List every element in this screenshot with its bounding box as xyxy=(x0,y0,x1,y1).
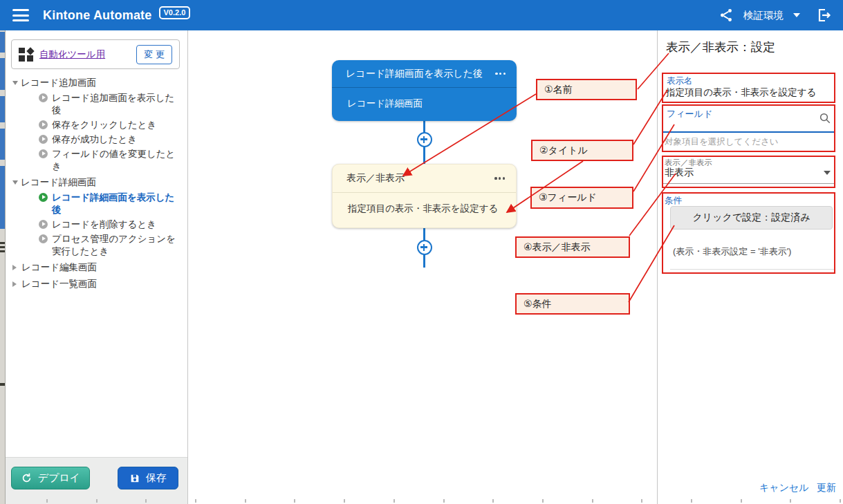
hamburger-menu-icon[interactable] xyxy=(12,9,29,21)
environment-selector[interactable]: 検証環境 xyxy=(743,9,784,22)
annotation-visibility: ④表示／非表示 xyxy=(515,236,630,258)
kintone-app-icon xyxy=(19,47,33,62)
node-subtitle: 指定項目の表示・非表示を設定する xyxy=(348,203,498,215)
sync-icon xyxy=(21,472,33,484)
event-play-icon xyxy=(39,220,48,229)
add-step-button[interactable] xyxy=(417,132,432,147)
tree-item[interactable]: プロセス管理のアクションを実行したとき xyxy=(11,233,186,258)
tree-section-record-list[interactable]: レコード一覧画面 xyxy=(11,277,186,291)
app-name-link[interactable]: 自動化ツール用 xyxy=(39,48,105,61)
version-badge: V0.2.0 xyxy=(159,6,191,19)
trigger-node[interactable]: レコード詳細画面を表示した後 レコード詳細画面 xyxy=(332,60,517,121)
field-placeholder: 対象項目を選択してください xyxy=(665,136,779,148)
panel-title: 表示／非表示：設定 xyxy=(666,39,775,55)
caret-right-icon xyxy=(12,265,17,270)
save-button[interactable]: 保存 xyxy=(118,467,178,489)
display-name-value[interactable]: 指定項目の表示・非表示を設定する xyxy=(666,86,816,99)
node-menu-icon[interactable] xyxy=(494,70,507,77)
event-tree: レコード追加画面 レコード追加画面を表示した後 保存をクリックしたとき 保存が成… xyxy=(11,73,186,291)
app-header: Kintone Automate V0.2.0 検証環境 xyxy=(0,0,843,30)
condition-set-button[interactable]: クリックで設定：設定済み xyxy=(670,206,833,230)
environment-caret-icon[interactable] xyxy=(793,13,800,17)
tree-section-record-edit[interactable]: レコード編集画面 xyxy=(11,260,186,274)
node-title: 表示／非表示 xyxy=(346,172,405,185)
visibility-select-value[interactable]: 非表示 xyxy=(665,167,694,179)
caret-right-icon xyxy=(12,281,17,287)
node-title: レコード詳細画面を表示した後 xyxy=(346,68,483,80)
tree-item[interactable]: フィールドの値を変更したとき xyxy=(11,148,186,173)
tree-section-record-detail[interactable]: レコード詳細画面 xyxy=(11,175,186,189)
event-play-icon xyxy=(39,135,48,144)
deploy-button[interactable]: デプロイ xyxy=(11,467,90,489)
share-icon[interactable] xyxy=(719,8,734,23)
cancel-button[interactable]: キャンセル xyxy=(759,482,809,494)
annotation-condition: ⑤条件 xyxy=(515,293,630,315)
tree-item[interactable]: レコード追加画面を表示した後 xyxy=(11,92,186,117)
tree-item[interactable]: 保存が成功したとき xyxy=(11,133,186,146)
tree-item[interactable]: レコードを削除するとき xyxy=(11,218,186,231)
action-node[interactable]: 表示／非表示 指定項目の表示・非表示を設定する xyxy=(332,164,517,228)
event-play-icon xyxy=(39,93,48,102)
bottom-tick-marks xyxy=(46,499,843,503)
select-caret-icon[interactable] xyxy=(824,171,831,175)
divider xyxy=(670,269,834,270)
tree-item[interactable]: 保存をクリックしたとき xyxy=(11,119,186,131)
node-subtitle: レコード詳細画面 xyxy=(347,97,423,110)
field-input[interactable] xyxy=(663,131,834,133)
search-icon[interactable] xyxy=(819,112,831,124)
condition-summary: (表示・非表示設定 = '非表示') xyxy=(673,245,791,258)
sidebar-footer: デプロイ 保存 xyxy=(6,457,187,504)
change-app-button[interactable]: 変 更 xyxy=(136,45,172,64)
tree-item-selected[interactable]: レコード詳細画面を表示した後 xyxy=(11,192,186,216)
event-play-icon xyxy=(39,234,48,243)
caret-down-icon xyxy=(12,81,18,85)
settings-panel: 表示／非表示：設定 表示名 指定項目の表示・非表示を設定する フィールド 対象項… xyxy=(657,30,843,504)
condition-label: 条件 xyxy=(665,195,682,207)
app-selector-box: 自動化ツール用 変 更 xyxy=(11,39,180,69)
add-step-button[interactable] xyxy=(417,240,432,255)
highlight-box-condition xyxy=(662,192,835,274)
event-play-icon xyxy=(39,149,48,158)
app-title: Kintone Automate xyxy=(43,8,152,23)
node-menu-icon[interactable] xyxy=(493,174,506,182)
caret-down-icon xyxy=(12,180,18,185)
browser-scroll-minimap[interactable] xyxy=(0,30,6,504)
display-name-label: 表示名 xyxy=(667,75,693,87)
sidebar: 自動化ツール用 変 更 レコード追加画面 レコード追加画面を表示した後 保存をク… xyxy=(6,30,188,504)
field-label: フィールド xyxy=(667,108,712,120)
event-play-icon-active xyxy=(39,193,48,202)
tree-section-record-add[interactable]: レコード追加画面 xyxy=(11,75,186,90)
annotation-field: ③フィールド xyxy=(530,187,633,209)
annotation-title: ②タイトル xyxy=(531,140,633,161)
annotation-name: ①名前 xyxy=(536,79,637,100)
logout-icon[interactable] xyxy=(815,7,832,24)
update-button[interactable]: 更新 xyxy=(817,482,836,494)
floppy-save-icon xyxy=(129,473,140,484)
event-play-icon xyxy=(39,120,48,129)
visibility-select-underline xyxy=(663,183,834,184)
